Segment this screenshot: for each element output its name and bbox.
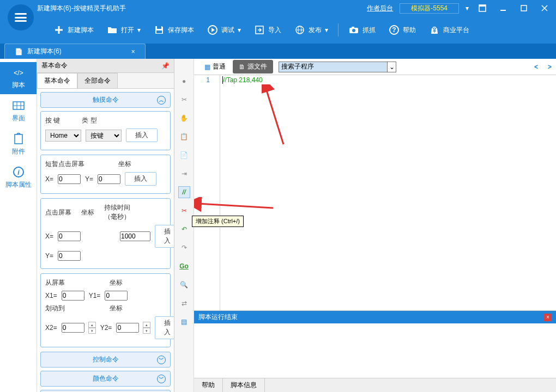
output-pane: 脚本运行结束 × 帮助 脚本信息	[194, 310, 556, 392]
file-tab[interactable]: 📄 新建脚本(6) ×	[4, 44, 146, 59]
tab-all-commands[interactable]: 全部命令	[77, 73, 118, 88]
nav-ui[interactable]: 界面	[0, 95, 37, 127]
search-dropdown-icon[interactable]: ⌄	[388, 62, 396, 72]
normal-view-button[interactable]: ▦普通	[198, 60, 232, 74]
left-nav: </> 脚本 界面 附件 i 脚本属性	[0, 59, 37, 392]
plus-icon	[53, 24, 64, 35]
nav-script[interactable]: </> 脚本	[0, 62, 37, 94]
search-sub-input[interactable]	[279, 62, 388, 72]
nav-attach[interactable]: 附件	[0, 128, 37, 161]
window-icon: ▦	[204, 63, 210, 71]
device-selector[interactable]: 模拟器-5554	[400, 3, 459, 14]
y2-input[interactable]	[116, 323, 139, 333]
minimize-button[interactable]	[496, 2, 510, 14]
bag-icon: ¥	[429, 24, 440, 35]
insert-tap-button[interactable]: 插入	[125, 172, 156, 186]
expand-icon: ︾	[157, 375, 166, 383]
x2-spinner[interactable]: ▴▾	[88, 322, 96, 334]
undo-icon[interactable]: ↶	[178, 223, 190, 235]
svg-rect-9	[156, 30, 162, 33]
long-y-input[interactable]	[58, 251, 81, 261]
window-title: 新建脚本(6)-按键精灵手机助手	[37, 4, 126, 13]
insert-drag-button[interactable]: 插入	[155, 316, 174, 339]
expand-icon: ︾	[157, 356, 166, 364]
config-icon[interactable]	[475, 2, 489, 14]
import-icon	[254, 24, 265, 35]
replace-icon[interactable]: ⇄	[178, 297, 190, 309]
y1-input[interactable]	[105, 291, 128, 301]
paste-icon[interactable]: 📄	[178, 149, 190, 161]
long-x-input[interactable]	[58, 231, 81, 241]
code-editor[interactable]: 1 //Tap 218,440	[194, 75, 556, 310]
save-icon	[154, 24, 165, 35]
line-gutter: 1	[194, 75, 220, 310]
import-button[interactable]: 导入	[249, 21, 287, 39]
duration-input[interactable]	[120, 231, 150, 241]
record-icon[interactable]: ●	[178, 75, 190, 87]
globe-icon	[294, 24, 305, 35]
color-commands-header[interactable]: 颜色命令︾	[40, 371, 171, 387]
file-icon: 📄	[15, 48, 23, 56]
tap-y-input[interactable]	[98, 174, 120, 184]
cut-icon[interactable]: ✂	[178, 94, 190, 106]
help-icon: ?	[389, 24, 400, 35]
device-dropdown-icon[interactable]: ▾	[466, 4, 469, 12]
comment-icon[interactable]: //	[178, 186, 190, 198]
type-select[interactable]: 按键	[86, 130, 122, 142]
tab-basic-commands[interactable]: 基本命令	[37, 73, 77, 88]
copy-icon[interactable]: 📋	[178, 131, 190, 143]
svg-rect-1	[479, 5, 486, 7]
new-script-button[interactable]: 新建脚本	[48, 21, 99, 39]
app-menu-button[interactable]	[8, 4, 34, 30]
open-button[interactable]: 打开▾	[101, 21, 146, 39]
find-icon[interactable]: 🔍	[178, 279, 190, 291]
indent-icon[interactable]: ⇥	[178, 168, 190, 180]
svg-text:i: i	[17, 169, 20, 176]
hand-icon[interactable]: ✋	[178, 112, 190, 124]
svg-rect-27	[15, 134, 22, 144]
pin-icon[interactable]: 📌	[161, 62, 170, 70]
output-close-button[interactable]: ×	[544, 314, 552, 321]
grid-icon	[11, 100, 26, 112]
source-icon: 🗎	[239, 63, 245, 71]
search-sub-combo[interactable]: ⌄	[279, 62, 396, 72]
editor-toolbar: ▦普通 🗎源文件 ⌄ < >	[194, 59, 556, 75]
debug-button[interactable]: 调试▾	[202, 21, 246, 39]
maximize-button[interactable]	[517, 2, 531, 14]
graphic-commands-header[interactable]: 图形命令︾	[40, 390, 171, 392]
go-icon[interactable]: Go	[178, 260, 190, 272]
next-icon[interactable]: >	[548, 63, 552, 71]
command-panel: 基本命令 📌 基本命令 全部命令 触摸命令 ︽ 按 键类 型 Home 按键 插…	[37, 59, 174, 392]
close-button[interactable]	[537, 2, 552, 14]
bookmark-icon[interactable]: ▤	[178, 316, 190, 328]
uncomment-icon[interactable]: ✂	[178, 205, 190, 217]
publish-button[interactable]: 发布▾	[289, 21, 334, 39]
touch-commands-header[interactable]: 触摸命令 ︽	[40, 92, 171, 108]
prev-icon[interactable]: <	[534, 63, 538, 71]
tap-x-input[interactable]	[58, 174, 81, 184]
svg-marker-11	[211, 28, 215, 32]
insert-key-button[interactable]: 插入	[126, 128, 158, 142]
market-button[interactable]: ¥商业平台	[424, 21, 475, 39]
capture-button[interactable]: 抓抓	[343, 21, 381, 39]
save-button[interactable]: 保存脚本	[148, 21, 200, 39]
control-commands-header[interactable]: 控制命令︾	[40, 352, 171, 367]
source-view-button[interactable]: 🗎源文件	[233, 60, 273, 74]
main-toolbar: 新建脚本 打开▾ 保存脚本 调试▾ 导入 发布▾ 抓抓 ?帮助 ¥商业平台	[0, 16, 556, 44]
svg-text:</>: </>	[14, 69, 23, 77]
output-tab-help[interactable]: 帮助	[194, 378, 223, 392]
tab-close-button[interactable]: ×	[131, 48, 135, 56]
nav-properties[interactable]: i 脚本属性	[0, 162, 37, 194]
svg-rect-8	[157, 26, 161, 29]
key-select[interactable]: Home	[45, 130, 81, 142]
help-button[interactable]: ?帮助	[383, 21, 421, 39]
redo-icon[interactable]: ↷	[178, 242, 190, 254]
x2-input[interactable]	[62, 323, 84, 333]
hamburger-icon	[15, 13, 27, 22]
x1-input[interactable]	[62, 291, 84, 301]
insert-long-button[interactable]: 插入	[155, 225, 174, 248]
output-tab-info[interactable]: 脚本信息	[223, 378, 265, 392]
author-backend-link[interactable]: 作者后台	[367, 4, 393, 13]
y2-spinner[interactable]: ▴▾	[143, 322, 150, 334]
editor-area: ▦普通 🗎源文件 ⌄ < > 1 //Tap 218,440 脚本运行结束 ×	[194, 59, 556, 392]
